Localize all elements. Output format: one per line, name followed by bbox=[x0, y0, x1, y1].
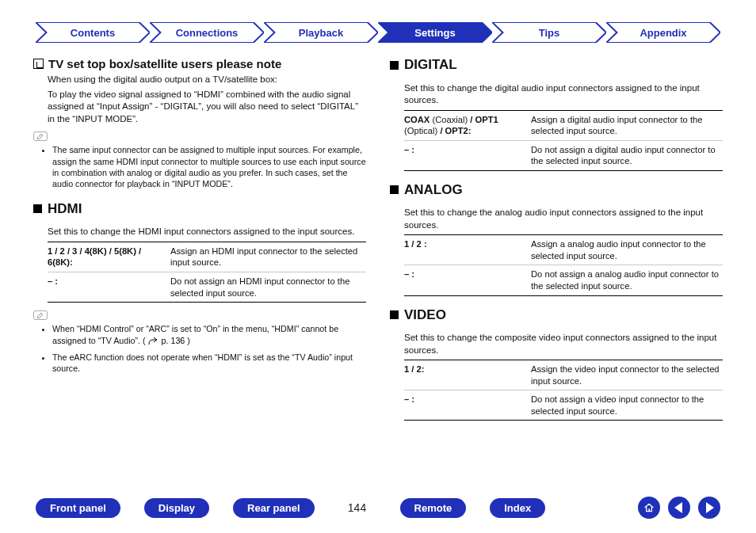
section-title: HDMI bbox=[48, 201, 82, 217]
row-value: Assign a analog audio input connector to… bbox=[531, 238, 723, 261]
row-key: – : bbox=[404, 144, 531, 167]
home-icon bbox=[643, 501, 655, 515]
analog-table: 1 / 2 : Assign a analog audio input conn… bbox=[404, 234, 723, 295]
tip-icon bbox=[33, 310, 48, 320]
section-title: ANALOG bbox=[404, 182, 463, 198]
note-heading-text: TV set top box/satellite users please no… bbox=[48, 57, 281, 70]
index-button[interactable]: Index bbox=[490, 498, 545, 518]
square-bullet-icon bbox=[390, 185, 399, 194]
tab-label: Appendix bbox=[640, 27, 686, 39]
table-row: – : Do not assign a digital audio input … bbox=[404, 141, 723, 171]
row-value: Do not assign a analog audio input conne… bbox=[531, 268, 723, 291]
section-title: VIDEO bbox=[404, 307, 446, 323]
tab-tips[interactable]: Tips bbox=[492, 22, 606, 43]
page-number: 144 bbox=[338, 501, 376, 514]
table-row: COAX (Coaxial) / OPT1 (Optical) / OPT2: … bbox=[404, 111, 723, 141]
prev-page-button[interactable] bbox=[668, 497, 690, 519]
hdmi-tip1-suffix: ) bbox=[187, 336, 190, 345]
tab-label: Settings bbox=[414, 27, 455, 39]
hdmi-tips: When “HDMI Control” or “ARC” is set to “… bbox=[52, 323, 366, 375]
tab-playback[interactable]: Playback bbox=[264, 22, 378, 43]
section-desc: Set this to change the HDMI input connec… bbox=[48, 226, 366, 238]
arrow-left-icon bbox=[674, 502, 682, 513]
tab-label: Playback bbox=[299, 27, 343, 39]
display-button[interactable]: Display bbox=[144, 498, 209, 518]
row-value: Do not assign a digital audio input conn… bbox=[531, 144, 723, 167]
table-row: 1 / 2 : Assign a analog audio input conn… bbox=[404, 235, 723, 265]
note-icon bbox=[33, 59, 44, 69]
row-value: Do not assign an HDMI input connector to… bbox=[170, 276, 366, 299]
next-page-button[interactable] bbox=[698, 497, 720, 519]
left-column: TV set top box/satellite users please no… bbox=[33, 49, 366, 446]
arrow-right-icon bbox=[706, 502, 714, 513]
tab-label: Tips bbox=[539, 27, 560, 39]
table-row: – : Do not assign an HDMI input connecto… bbox=[48, 272, 366, 303]
section-desc: Set this to change the composite video i… bbox=[404, 332, 723, 356]
note-bullet: The same input connector can be assigned… bbox=[52, 144, 366, 190]
section-heading-analog: ANALOG bbox=[390, 182, 723, 198]
tab-appendix[interactable]: Appendix bbox=[606, 22, 720, 43]
video-table: 1 / 2: Assign the video input connector … bbox=[404, 360, 723, 421]
table-row: – : Do not assign a analog audio input c… bbox=[404, 265, 723, 295]
section-desc: Set this to change the analog audio inpu… bbox=[404, 207, 723, 231]
tab-contents[interactable]: Contents bbox=[36, 22, 150, 43]
table-row: 1 / 2 / 3 / 4(8K) / 5(8K) / 6(8K): Assig… bbox=[48, 242, 366, 272]
square-bullet-icon bbox=[390, 310, 399, 319]
section-heading-video: VIDEO bbox=[390, 307, 723, 323]
footer: Front panel Display Rear panel 144 Remot… bbox=[36, 497, 720, 519]
tab-label: Connections bbox=[176, 27, 239, 39]
row-key: – : bbox=[48, 276, 170, 299]
right-column: DIGITAL Set this to change the digital a… bbox=[390, 49, 723, 446]
front-panel-button[interactable]: Front panel bbox=[36, 498, 120, 518]
section-heading-digital: DIGITAL bbox=[390, 57, 723, 73]
top-nav: Contents Connections Playback Settings T… bbox=[36, 22, 720, 43]
tab-settings[interactable]: Settings bbox=[378, 22, 492, 43]
row-key: 1 / 2 / 3 / 4(8K) / 5(8K) / 6(8K): bbox=[48, 246, 170, 268]
row-key: 1 / 2 : bbox=[404, 238, 531, 261]
table-row: – : Do not assign a video input connecto… bbox=[404, 390, 723, 421]
svg-rect-6 bbox=[648, 508, 650, 511]
page-link-icon bbox=[148, 337, 159, 348]
home-button[interactable] bbox=[638, 497, 660, 519]
section-desc: Set this to change the digital audio inp… bbox=[404, 82, 723, 107]
table-row: 1 / 2: Assign the video input connector … bbox=[404, 360, 723, 390]
row-value: Do not assign a video input connector to… bbox=[531, 394, 723, 417]
note-p1: When using the digital audio output on a… bbox=[48, 74, 366, 86]
square-bullet-icon bbox=[390, 61, 399, 70]
row-key: 1 / 2: bbox=[404, 364, 531, 386]
remote-button[interactable]: Remote bbox=[400, 498, 467, 518]
tab-label: Contents bbox=[71, 27, 115, 39]
content-columns: TV set top box/satellite users please no… bbox=[33, 49, 723, 446]
tip-icon bbox=[33, 131, 48, 141]
digital-table: COAX (Coaxial) / OPT1 (Optical) / OPT2: … bbox=[404, 110, 723, 171]
rear-panel-button[interactable]: Rear panel bbox=[233, 498, 314, 518]
row-key: – : bbox=[404, 268, 531, 291]
row-value: Assign a digital audio input connector t… bbox=[531, 114, 723, 137]
note-p2: To play the video signal assigned to “HD… bbox=[48, 89, 366, 126]
square-bullet-icon bbox=[33, 204, 42, 213]
tab-connections[interactable]: Connections bbox=[150, 22, 264, 43]
row-key: COAX (Coaxial) / OPT1 (Optical) / OPT2: bbox=[404, 114, 531, 137]
row-value: Assign an HDMI input connector to the se… bbox=[170, 246, 366, 268]
note-heading: TV set top box/satellite users please no… bbox=[33, 57, 366, 70]
row-value: Assign the video input connector to the … bbox=[531, 364, 723, 386]
hdmi-tip1: When “HDMI Control” or “ARC” is set to “… bbox=[52, 323, 366, 348]
footer-nav-icons bbox=[638, 497, 720, 519]
section-heading-hdmi: HDMI bbox=[33, 201, 366, 217]
hdmi-table: 1 / 2 / 3 / 4(8K) / 5(8K) / 6(8K): Assig… bbox=[48, 242, 366, 303]
row-key: – : bbox=[404, 394, 531, 417]
hdmi-tip2: The eARC function does not operate when … bbox=[52, 352, 366, 375]
note-bullets: The same input connector can be assigned… bbox=[52, 144, 366, 190]
page-link[interactable]: p. 136 bbox=[162, 336, 185, 345]
section-title: DIGITAL bbox=[404, 57, 457, 73]
hdmi-tip1-prefix: When “HDMI Control” or “ARC” is set to “… bbox=[52, 324, 338, 345]
